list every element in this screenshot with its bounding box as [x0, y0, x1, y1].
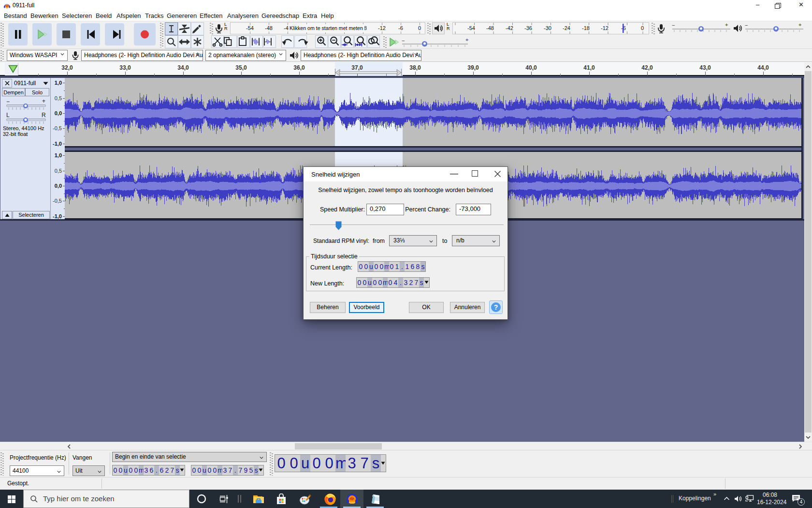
- svg-text:0: 0: [418, 25, 421, 31]
- svg-text:-30: -30: [544, 25, 551, 31]
- svg-text:-54: -54: [467, 25, 475, 31]
- svg-text:-36: -36: [524, 25, 532, 31]
- svg-text:-12: -12: [601, 25, 609, 31]
- svg-text:-6: -6: [398, 25, 403, 31]
- svg-text:-54: -54: [246, 25, 254, 31]
- svg-text:-48: -48: [265, 25, 273, 31]
- svg-text:-24: -24: [563, 25, 570, 31]
- svg-text:0: 0: [641, 25, 644, 31]
- svg-text:Klikken om te starten met mete: Klikken om te starten met meten: [290, 25, 363, 31]
- svg-text:-12: -12: [378, 25, 386, 31]
- svg-text:-48: -48: [486, 25, 494, 31]
- svg-text:-18: -18: [582, 25, 590, 31]
- svg-text:-42: -42: [506, 25, 513, 31]
